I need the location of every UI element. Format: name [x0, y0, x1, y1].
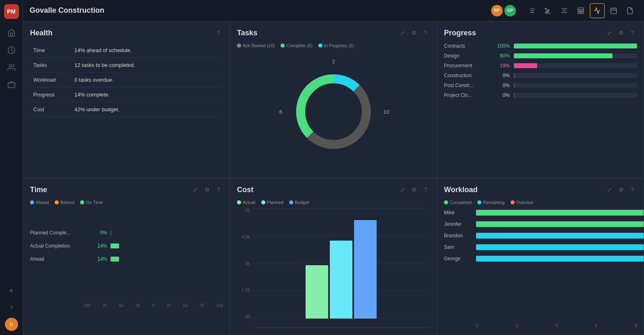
list-view-icon[interactable] — [524, 3, 539, 18]
workload-row-label: George — [444, 256, 473, 262]
sidebar-users[interactable] — [4, 60, 19, 75]
sidebar-briefcase[interactable] — [4, 77, 19, 92]
health-row-label: Workload — [30, 73, 71, 87]
help-icon[interactable]: ? — [4, 301, 19, 315]
align-center-icon[interactable] — [557, 3, 572, 18]
cost-bar-planned — [330, 241, 352, 319]
workload-row: Sam — [444, 244, 637, 250]
tasks-gear-icon[interactable]: ⚙ — [409, 28, 419, 37]
tasks-help-icon[interactable]: ? — [421, 28, 430, 37]
tasks-header: Tasks ⤢ ⚙ ? — [237, 28, 430, 37]
tasks-panel-icons: ⤢ ⚙ ? — [398, 28, 430, 37]
progress-bar-wrap — [514, 73, 637, 78]
health-header: Health ? — [30, 28, 223, 37]
progress-expand-icon[interactable]: ⤢ — [605, 28, 614, 37]
table-icon[interactable] — [573, 3, 588, 18]
progress-row-pct: 19% — [493, 63, 510, 69]
cost-bars — [252, 208, 430, 328]
tasks-legend-item: In Progress (2) — [318, 43, 354, 48]
cost-help-icon[interactable]: ? — [421, 185, 430, 194]
health-row-value: 14% complete. — [71, 87, 223, 102]
app-logo[interactable]: PM — [4, 4, 19, 19]
page-title: Govalle Construction — [30, 6, 486, 15]
progress-row: Contracts 100% — [444, 43, 637, 49]
health-row: Time14% ahead of schedule. — [30, 43, 223, 58]
user-avatar[interactable]: U — [5, 318, 18, 331]
calendar-icon[interactable] — [606, 3, 621, 18]
progress-gear-icon[interactable]: ⚙ — [616, 28, 626, 37]
progress-row: Project Clo... 0% — [444, 92, 637, 98]
progress-header: Progress ⤢ ⚙ ? — [444, 28, 637, 37]
cost-bar-budget — [354, 220, 377, 319]
health-row-value: 14% ahead of schedule. — [71, 43, 223, 58]
progress-row-label: Project Clo... — [444, 92, 489, 98]
workload-bars — [476, 210, 644, 216]
tasks-title: Tasks — [237, 29, 398, 37]
health-row-value: 42% under budget. — [71, 102, 223, 117]
document-icon[interactable] — [623, 3, 637, 18]
health-panel: Health ? Time14% ahead of schedule.Tasks… — [23, 21, 230, 178]
progress-bar-wrap — [514, 83, 637, 88]
tasks-top-label: 2 — [332, 58, 335, 64]
cost-gear-icon[interactable]: ⚙ — [409, 185, 419, 194]
cost-title: Cost — [237, 186, 398, 194]
svg-rect-11 — [546, 11, 548, 12]
tasks-chart: 2 6 10 — [237, 52, 430, 171]
workload-row: Jennifer — [444, 221, 637, 227]
health-row-label: Tasks — [30, 58, 71, 73]
avatar-rp[interactable]: RP — [491, 5, 503, 16]
time-row-bar — [110, 243, 119, 248]
workload-remaining-bar — [476, 256, 644, 262]
time-help-icon[interactable]: ? — [214, 185, 223, 194]
workload-expand-icon[interactable]: ⤢ — [605, 185, 614, 194]
add-project-icon[interactable]: + — [4, 283, 19, 298]
sidebar-home[interactable] — [4, 25, 19, 40]
svg-point-1 — [9, 64, 12, 67]
progress-bar-wrap — [514, 44, 637, 48]
health-row-label: Progress — [30, 87, 71, 102]
gantt-icon[interactable] — [540, 3, 555, 18]
progress-row-pct: 80% — [493, 53, 510, 59]
workload-gear-icon[interactable]: ⚙ — [616, 185, 626, 194]
time-row-label: Planned Comple... — [30, 230, 87, 236]
time-row-pct: 14% — [91, 256, 107, 262]
time-expand-icon[interactable]: ⤢ — [191, 185, 200, 194]
time-chart: Planned Comple... 0% Actual Completion 1… — [30, 210, 223, 328]
progress-row-label: Contracts — [444, 43, 489, 49]
pulse-icon[interactable] — [590, 3, 605, 18]
workload-x-labels: 02468 — [476, 324, 637, 328]
health-help-icon[interactable]: ? — [214, 28, 223, 37]
time-legend-item: Ahead — [30, 200, 49, 205]
health-row-label: Cost — [30, 102, 71, 117]
tasks-legend-item: Complete (6) — [281, 43, 313, 48]
cost-panel-icons: ⤢ ⚙ ? — [398, 185, 430, 194]
tasks-expand-icon[interactable]: ⤢ — [398, 28, 407, 37]
progress-row-pct: 100% — [493, 43, 510, 49]
workload-help-icon[interactable]: ? — [628, 185, 637, 194]
health-row-label: Time — [30, 43, 71, 58]
cost-chart-area: 6K4.5K3K1.5K$0 — [237, 208, 430, 328]
progress-rows: Contracts 100% Design 80% Procurement 19… — [444, 43, 637, 98]
progress-panel: Progress ⤢ ⚙ ? Contracts 100% Design 80%… — [437, 21, 644, 178]
time-gear-icon[interactable]: ⚙ — [202, 185, 212, 194]
progress-row-pct: 0% — [493, 92, 510, 98]
main-content: Govalle Construction RP GP — [23, 0, 644, 335]
progress-help-icon[interactable]: ? — [628, 28, 637, 37]
progress-row-label: Construction — [444, 73, 489, 78]
workload-rows: Mike Jennifer Brandon Sam George — [444, 210, 637, 320]
health-row-value: 12 tasks to be completed. — [71, 58, 223, 73]
cost-bars-container — [252, 208, 430, 328]
time-x-labels: 1007550250255075100 — [30, 302, 223, 308]
sidebar-clock[interactable] — [4, 43, 19, 57]
workload-row-label: Mike — [444, 210, 473, 216]
time-header: Time ⤢ ⚙ ? — [30, 185, 223, 194]
svg-rect-10 — [547, 9, 550, 10]
workload-bars — [476, 233, 644, 239]
avatar-gp[interactable]: GP — [504, 5, 516, 16]
time-row-label: Ahead — [30, 256, 87, 262]
cost-x-axis — [252, 328, 430, 328]
time-row-bar — [110, 257, 119, 262]
time-row: Actual Completion 14% — [30, 243, 223, 249]
time-row-label: Actual Completion — [30, 243, 87, 249]
cost-expand-icon[interactable]: ⤢ — [398, 185, 407, 194]
